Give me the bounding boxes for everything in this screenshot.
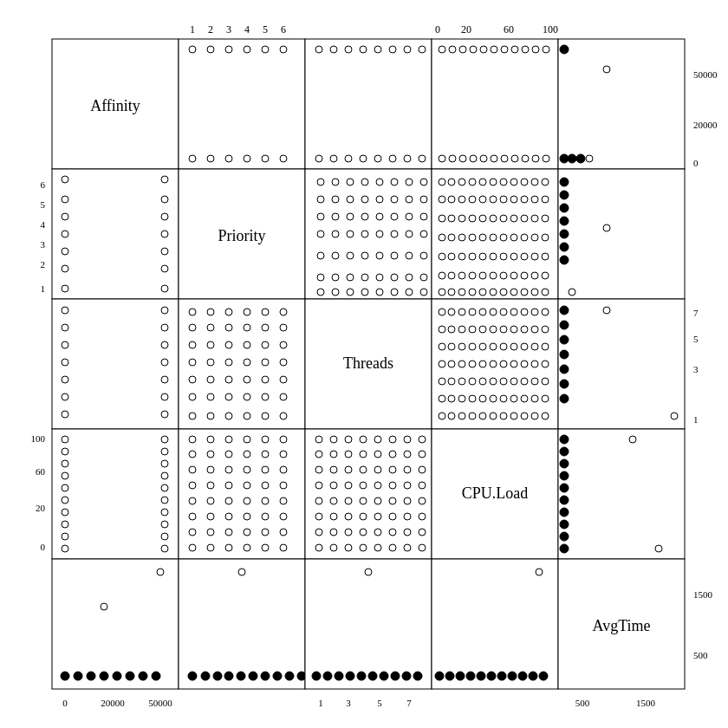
dot <box>419 451 426 458</box>
label-threads: Threads <box>343 354 393 372</box>
dot <box>404 497 411 504</box>
dot <box>500 196 507 203</box>
threads-x-tick-7: 7 <box>406 698 412 708</box>
dot <box>521 289 528 296</box>
dot <box>469 289 476 296</box>
dot <box>490 343 497 350</box>
dot <box>285 672 294 680</box>
dot <box>448 289 455 296</box>
dot <box>189 451 196 458</box>
dot <box>189 436 196 443</box>
priority-y-tick-2: 2 <box>41 259 46 270</box>
dot <box>207 436 214 443</box>
dot <box>458 272 465 279</box>
dot <box>529 672 537 680</box>
dot <box>225 341 232 348</box>
dot <box>536 569 543 575</box>
dot <box>315 155 322 162</box>
dot <box>404 155 411 162</box>
dot <box>280 155 287 162</box>
dot <box>315 529 322 536</box>
dot <box>510 413 517 419</box>
dot <box>487 672 496 680</box>
dot <box>207 46 214 53</box>
dot <box>603 66 610 73</box>
dot <box>479 253 486 260</box>
dot <box>262 482 269 489</box>
cpuload-y-tick-20: 20 <box>36 503 46 513</box>
dot <box>490 361 497 367</box>
dot <box>448 272 455 279</box>
dot <box>189 497 196 504</box>
dot <box>531 395 538 402</box>
dot <box>576 154 585 163</box>
cpuload-y-tick-0: 0 <box>41 542 46 552</box>
dot <box>542 395 549 402</box>
dot <box>280 359 287 366</box>
dot <box>113 672 121 680</box>
dot <box>532 46 539 53</box>
dot <box>531 289 538 296</box>
dot <box>542 309 549 315</box>
dot <box>189 393 196 400</box>
dot <box>522 155 529 162</box>
dot <box>439 361 445 367</box>
dot <box>189 513 196 520</box>
dot <box>539 672 548 680</box>
dot <box>543 155 549 162</box>
dot <box>542 196 549 203</box>
dot <box>374 436 381 443</box>
dot <box>330 497 337 504</box>
dot <box>560 544 569 553</box>
dot <box>531 215 538 222</box>
dot <box>280 324 287 331</box>
dot <box>330 529 337 536</box>
dot <box>500 326 507 333</box>
dot <box>560 459 569 468</box>
avgtime-y-right-500: 500 <box>693 650 708 660</box>
dot <box>62 324 68 331</box>
dot <box>347 213 354 220</box>
dot <box>497 672 506 680</box>
dot <box>346 672 354 680</box>
threads-x-tick-1: 1 <box>318 698 323 708</box>
dot <box>500 272 507 279</box>
dot <box>439 253 445 260</box>
dot <box>531 378 538 385</box>
dot <box>500 361 507 367</box>
dot <box>225 451 232 458</box>
dot <box>376 252 383 259</box>
dot <box>420 231 427 237</box>
dot <box>360 155 367 162</box>
dot <box>420 289 427 296</box>
dot <box>439 378 445 385</box>
dot <box>207 544 214 551</box>
dot <box>360 436 367 443</box>
dot <box>560 447 569 456</box>
dot <box>510 343 517 350</box>
dot <box>560 350 569 359</box>
dot <box>361 179 368 185</box>
dot <box>439 179 445 185</box>
dot <box>249 672 257 680</box>
dot <box>458 413 465 419</box>
dot <box>161 521 168 528</box>
dot <box>456 672 465 680</box>
dot <box>439 289 445 296</box>
dot <box>521 326 528 333</box>
dot <box>347 274 354 281</box>
dot <box>62 176 68 183</box>
dot <box>361 274 368 281</box>
dot <box>490 289 497 296</box>
dot <box>345 451 352 458</box>
dot <box>161 376 168 383</box>
dot <box>261 672 270 680</box>
dot <box>479 378 486 385</box>
dot <box>317 179 324 185</box>
dot <box>404 529 411 536</box>
dot <box>315 451 322 458</box>
dot <box>280 393 287 400</box>
dot <box>448 395 455 402</box>
dot <box>560 380 569 388</box>
dot <box>521 413 528 419</box>
